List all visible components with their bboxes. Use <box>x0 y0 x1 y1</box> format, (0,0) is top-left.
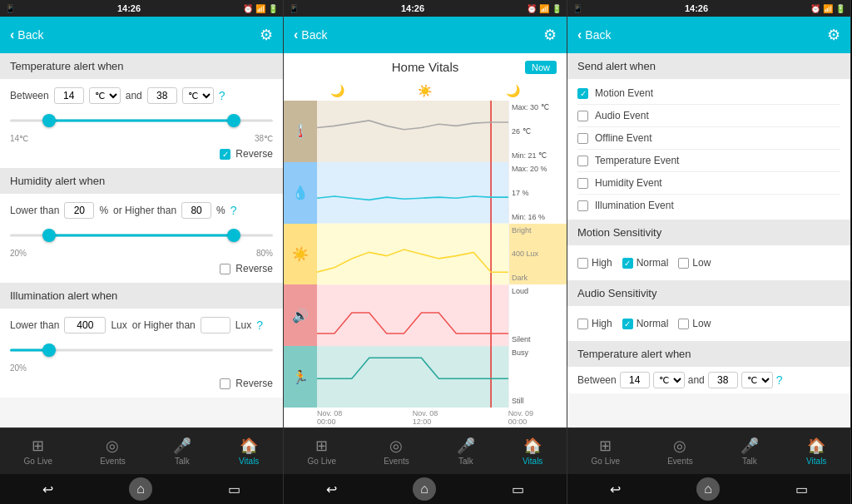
gear-icon-1[interactable]: ⚙ <box>260 26 273 44</box>
temp-slider[interactable] <box>10 111 273 131</box>
humid-max-input[interactable] <box>181 202 211 219</box>
illum-higher-label: or Higher than <box>132 319 196 331</box>
status-bar-2: 📱 14:26 ⏰ 📶 🔋 <box>284 0 567 17</box>
illum-max-input[interactable] <box>201 317 230 334</box>
motion-low-option: Low <box>678 257 711 269</box>
nav-vitals-2[interactable]: 🏠 Vitals <box>523 437 542 466</box>
home-sys-1[interactable]: ⌂ <box>129 477 152 501</box>
status-right-1: ⏰ 📶 🔋 <box>243 4 278 13</box>
nav-talk-2[interactable]: 🎤 Talk <box>457 437 475 466</box>
temp-unit2-select[interactable]: ℃℉ <box>182 87 214 104</box>
offline-event-checkbox[interactable] <box>577 133 588 144</box>
golive-label-2: Go Live <box>308 457 336 466</box>
motion-still-val: Still <box>512 397 564 405</box>
back-button-3[interactable]: ‹ Back <box>577 27 611 42</box>
back-button-1[interactable]: ‹ Back <box>10 27 43 42</box>
nav-talk-3[interactable]: 🎤 Talk <box>741 437 759 466</box>
temp-reverse-row: ✓ Reverse <box>10 148 273 160</box>
status-right-2: ⏰ 📶 🔋 <box>527 4 562 13</box>
motion-normal-checkbox[interactable]: ✓ <box>622 258 633 269</box>
content-3: Send alert when ✓ Motion Event Audio Eve… <box>567 53 850 427</box>
wifi-icon-2: 📶 <box>539 4 549 13</box>
recents-sys-3[interactable]: ▭ <box>785 478 818 501</box>
humid-thumb-left[interactable] <box>42 229 56 242</box>
nav-talk-1[interactable]: 🎤 Talk <box>173 437 191 466</box>
humid-min-input[interactable] <box>64 202 94 219</box>
sun-icon: ☀️ <box>418 84 432 97</box>
motion-event-checkbox[interactable]: ✓ <box>577 88 588 99</box>
alert-motion: ✓ Motion Event <box>577 84 840 102</box>
temp-mid-val: 26 ℃ <box>512 127 564 136</box>
events-icon-1: ◎ <box>106 437 119 455</box>
back-sys-1[interactable]: ↩ <box>32 478 63 501</box>
chart-header: Home Vitals Now <box>284 53 567 81</box>
temperature-event-checkbox[interactable] <box>577 156 588 166</box>
temp-min-input[interactable] <box>54 87 84 104</box>
illum-help-icon[interactable]: ? <box>256 319 263 332</box>
back-button-2[interactable]: ‹ Back <box>294 27 327 42</box>
humid-slider[interactable] <box>10 225 273 245</box>
recents-sys-1[interactable]: ▭ <box>218 478 250 501</box>
back-sys-2[interactable]: ↩ <box>316 478 347 501</box>
nav-golive-1[interactable]: ⊞ Go Live <box>24 437 52 466</box>
nav-vitals-1[interactable]: 🏠 Vitals <box>239 437 259 466</box>
humid-reverse-checkbox[interactable] <box>220 264 230 274</box>
now-badge[interactable]: Now <box>525 61 557 74</box>
motion-low-label: Low <box>692 257 711 269</box>
nav-events-2[interactable]: ◎ Events <box>384 437 409 466</box>
nav-golive-3[interactable]: ⊞ Go Live <box>592 437 620 466</box>
home-sys-2[interactable]: ⌂ <box>413 477 436 501</box>
humid-section-header: Humidity alert when <box>0 168 283 194</box>
golive-label-3: Go Live <box>592 457 620 466</box>
alarm-icon-2: ⏰ <box>527 4 537 13</box>
temp-unit1-select[interactable]: ℃℉ <box>89 87 121 104</box>
status-time-1: 14:26 <box>117 3 141 13</box>
gear-icon-3[interactable]: ⚙ <box>827 26 840 44</box>
motion-high-checkbox[interactable] <box>577 258 588 269</box>
humid-thumb-right[interactable] <box>227 229 240 242</box>
xaxis-3: Nov. 0900:00 <box>508 409 533 426</box>
temp-min-3[interactable] <box>620 372 650 388</box>
nav-vitals-3[interactable]: 🏠 Vitals <box>806 437 826 466</box>
temp-max-input[interactable] <box>147 87 177 104</box>
sound-silent-val: Silent <box>512 335 564 343</box>
illum-min-input[interactable] <box>64 317 106 334</box>
temp-help-icon[interactable]: ? <box>219 89 225 102</box>
illum-section-body: Lower than Lux or Higher than Lux ? 20% <box>0 309 283 398</box>
and-label: and <box>126 90 142 101</box>
recents-sys-2[interactable]: ▭ <box>502 478 534 501</box>
temp-slider-fill <box>49 120 233 122</box>
temp-unit1-3[interactable]: ℃℉ <box>653 372 685 388</box>
back-sys-3[interactable]: ↩ <box>600 478 631 501</box>
illum-reverse-checkbox[interactable] <box>220 378 230 389</box>
temp-unit2-3[interactable]: ℃℉ <box>741 372 773 388</box>
battery-icon-2: 🔋 <box>552 4 562 13</box>
gear-icon-2[interactable]: ⚙ <box>543 26 557 44</box>
humidity-event-checkbox[interactable] <box>577 178 588 189</box>
chart-icons-col: 🌡️ 💧 ☀️ 🔊 🏃 <box>284 101 317 408</box>
temp-max-val: Max: 30 ℃ <box>512 103 564 111</box>
temp-thumb-right[interactable] <box>227 114 240 127</box>
audio-low-checkbox[interactable] <box>678 319 689 329</box>
nav-events-1[interactable]: ◎ Events <box>100 437 126 466</box>
system-nav-1: ↩ ⌂ ▭ <box>0 474 283 504</box>
temp-help-3[interactable]: ? <box>776 373 783 387</box>
temp-thumb-left[interactable] <box>42 114 56 127</box>
illumination-event-checkbox[interactable] <box>577 200 588 211</box>
audio-event-checkbox[interactable] <box>577 111 588 121</box>
nav-golive-2[interactable]: ⊞ Go Live <box>308 437 336 466</box>
temp-reverse-label: Reverse <box>235 148 273 160</box>
illum-slider[interactable] <box>10 340 273 360</box>
audio-high-checkbox[interactable] <box>577 319 588 329</box>
humid-help-icon[interactable]: ? <box>230 204 237 217</box>
motion-low-checkbox[interactable] <box>678 258 689 269</box>
audio-low-option: Low <box>678 318 711 329</box>
illum-thumb[interactable] <box>42 343 56 357</box>
audio-normal-checkbox[interactable]: ✓ <box>622 319 633 329</box>
illumination-event-label: Illumination Event <box>595 200 674 211</box>
temp-max-3[interactable] <box>708 372 738 388</box>
temp-reverse-checkbox[interactable]: ✓ <box>220 149 230 160</box>
nav-events-3[interactable]: ◎ Events <box>667 437 693 466</box>
sound-legend: Loud Silent <box>508 284 567 346</box>
home-sys-3[interactable]: ⌂ <box>696 477 720 501</box>
